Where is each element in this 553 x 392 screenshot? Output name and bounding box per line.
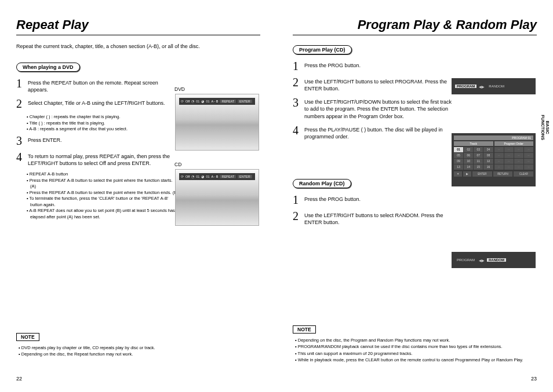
order-cell: -- [524,153,533,158]
step-text: Press ENTER. [28,135,62,146]
track-cell: 15 [474,164,483,170]
random-select-screenshot: PROGRAM ◀▶ RANDOM [452,252,536,268]
step-text: Press the PROG button. [304,194,361,206]
step-number: 2 [293,210,301,226]
section-label-dvd: When playing a DVD [16,63,80,72]
left-right-icon: ◀▶ [479,258,485,262]
order-cell: -- [514,159,523,164]
page-number: 22 [16,376,22,382]
order-cell: -- [494,153,504,158]
panel-label: DVD [174,86,185,92]
osd-bar: ⟳ Off ◔01 ◕01 A - B REPEAT ENTER [179,98,255,105]
enter-label: ENTER [472,171,492,177]
step-number: 2 [16,98,24,109]
nav-arrows-icon: ✦ [454,171,462,177]
track-cell: 11 [474,159,483,164]
track-cell: 10 [464,159,473,164]
step-number: 1 [293,60,301,72]
note-label: NOTE [293,325,316,334]
page-number: 23 [531,376,537,382]
step-text: To return to normal play, press REPEAT a… [28,151,179,167]
step-number: 1 [16,78,24,93]
step-text: Use the LEFT/RIGHT/UP/DOWN buttons to se… [304,97,455,119]
order-cell: -- [494,164,504,170]
order-cell: -- [514,164,523,170]
order-cell: -- [514,147,523,152]
disc-icon: ◕ [201,175,204,178]
section-label-program: Program Play (CD) [293,45,352,54]
step-text: Select Chapter, Title or A-B using the L… [28,98,165,109]
order-cell: -- [504,153,514,158]
track-cell: 03 [474,147,483,152]
random-chip: RANDOM [487,85,506,88]
panel-label: CD [174,162,181,167]
track-cell: 16 [483,164,493,170]
title-icon: ◕ [201,100,204,103]
step-text: Press the PLAY/PAUSE ( ) button. The dis… [304,124,455,140]
side-tab: BASICFUNCTIONS [540,115,550,140]
intro-text: Repeat the current track, chapter, title… [16,43,260,49]
program-header: PROGRAM 01 [454,135,533,140]
track-cell: 05 [454,153,463,158]
order-grid: -------------------------------- [494,147,534,170]
random-chip: RANDOM [487,258,506,262]
order-cell: -- [524,147,533,152]
track-cell: 13 [454,164,463,170]
order-col-label: Program Order [494,141,534,146]
page-title-left: Repeat Play [16,17,260,35]
step-number: 4 [293,124,301,140]
program-grid-screenshot: PROGRAM 01 Track Program Order 010203040… [452,133,536,186]
step-number: 2 [293,76,301,92]
track-icon: ◔ [191,175,194,178]
page-title-right: Program Play & Random Play [293,17,537,35]
cd-screenshot: CD ⟳ Off ◔01 ◕01 A - B REPEAT ENTER [175,169,259,226]
return-label: RETURN [493,171,513,177]
order-cell: -- [494,147,504,152]
order-cell: -- [514,153,523,158]
note-list: Depending on the disc, the Program and R… [295,337,537,363]
track-col-label: Track [454,141,493,146]
step-number: 3 [16,135,24,146]
order-cell: -- [524,159,533,164]
dvd-screenshot: DVD ⟳ Off ◔01 ◕01 A - B REPEAT ENTER [175,94,259,151]
track-cell: 06 [464,153,473,158]
sublist: Chapter ( ) : repeats the chapter that i… [27,114,179,133]
track-cell: 07 [474,153,483,158]
order-cell: -- [504,147,514,152]
step-text: Press the PROG button. [304,60,361,72]
program-chip: PROGRAM [455,258,476,262]
sublist: REPEAT A-B button Press the REPEAT A-B b… [27,171,179,220]
order-cell: -- [504,164,514,170]
repeat-icon: ⟳ [181,100,184,103]
track-cell: 08 [483,153,493,158]
step-text: Press the REPEAT button on the remote. R… [28,78,179,93]
chapter-icon: ◔ [191,100,194,103]
step-number: 1 [293,194,301,206]
track-cell: 02 [464,147,473,152]
order-cell: -- [494,159,504,164]
repeat-icon: ⟳ [181,175,184,178]
track-cell: 09 [454,159,463,164]
track-cell: 12 [483,159,493,164]
track-cell: 04 [483,147,493,152]
step-text: Use the LEFT/RIGHT buttons to select RAN… [304,210,455,226]
clear-label: CLEAR [514,171,533,177]
program-chip: PROGRAM [455,85,476,88]
order-cell: -- [524,164,533,170]
track-cell: 01 [454,147,463,152]
program-select-screenshot: PROGRAM ◀▶ RANDOM [452,78,536,94]
section-label-random: Random Play (CD) [293,179,351,188]
left-right-icon: ◀▶ [479,85,485,89]
step-number: 3 [293,97,301,119]
track-grid: 01020304050607080910111213141516 [454,147,493,170]
order-cell: -- [504,159,514,164]
step-text: Use the LEFT/RIGHT buttons to select PRO… [304,76,455,92]
play-icon: ▶ [463,171,471,177]
note-label: NOTE [16,333,39,341]
step-number: 4 [16,151,24,167]
note-list: DVD repeats play by chapter or title, CD… [19,345,260,358]
osd-bar: ⟳ Off ◔01 ◕01 A - B REPEAT ENTER [179,173,255,180]
track-cell: 14 [464,164,473,170]
